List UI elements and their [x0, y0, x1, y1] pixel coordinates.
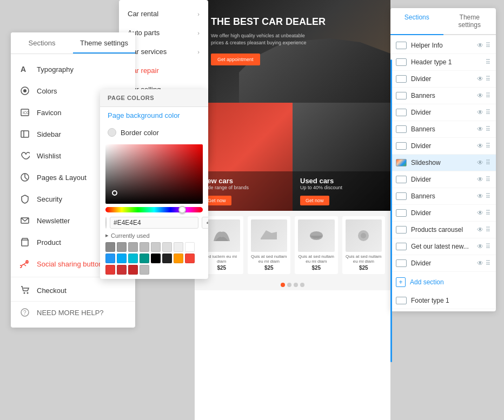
- swatch-item[interactable]: [117, 242, 127, 252]
- swatch-item[interactable]: [140, 254, 149, 263]
- eye-icon[interactable]: 👁: [477, 159, 483, 166]
- tab-theme-settings[interactable]: Theme settings: [73, 32, 135, 54]
- section-item-divider-3[interactable]: Divider 👁 ⠿: [390, 138, 496, 155]
- add-section-icon: +: [396, 277, 406, 287]
- newsletter-icon: [19, 215, 30, 226]
- section-item-products-carousel[interactable]: Products carousel 👁 ⠿: [390, 222, 496, 238]
- hex-input[interactable]: [110, 217, 198, 229]
- section-item-divider-6[interactable]: Divider 👁 ⠿: [390, 255, 496, 272]
- swatch-item[interactable]: [117, 265, 127, 275]
- section-item-banners-2[interactable]: Banners 👁 ⠿: [390, 121, 496, 138]
- color-gradient-picker[interactable]: [105, 144, 203, 204]
- eye-icon[interactable]: 👁: [477, 142, 483, 150]
- swatch-item[interactable]: [105, 254, 115, 263]
- section-icon-divider-5: [396, 209, 407, 217]
- swatch-item[interactable]: [185, 242, 195, 252]
- eye-icon[interactable]: 👁: [477, 109, 483, 116]
- swatch-item[interactable]: [151, 254, 161, 263]
- section-icon-slideshow: [396, 159, 407, 166]
- eye-icon[interactable]: 👁: [477, 209, 483, 217]
- swatch-item[interactable]: [174, 242, 183, 252]
- swatch-item[interactable]: [162, 242, 172, 252]
- swatch-item[interactable]: [185, 254, 195, 263]
- drag-handle[interactable]: ⠿: [486, 42, 490, 49]
- need-help-link[interactable]: ? NEED MORE HELP?: [11, 301, 135, 323]
- swatch-item[interactable]: [105, 242, 115, 252]
- drag-handle[interactable]: ⠿: [486, 259, 490, 267]
- tab-sections[interactable]: Sections: [11, 32, 73, 54]
- eye-icon[interactable]: 👁: [477, 42, 483, 49]
- carousel-dot-3[interactable]: [294, 283, 298, 287]
- drag-handle[interactable]: ⠿: [486, 75, 490, 83]
- hue-slider[interactable]: [105, 207, 203, 212]
- carousel-dot-1[interactable]: [281, 283, 285, 287]
- drag-handle[interactable]: ⠿: [486, 142, 490, 150]
- product-price-4: $25: [346, 265, 382, 271]
- swatch-item[interactable]: [117, 254, 127, 263]
- section-actions: 👁 ⠿: [477, 125, 490, 133]
- drag-handle[interactable]: ⠿: [486, 92, 490, 99]
- right-panel: Sections Theme settings Helper Info 👁 ⠿ …: [390, 8, 496, 311]
- section-icon-products-carousel: [396, 226, 407, 234]
- new-cars-content: New cars Wide range of brands Get now: [195, 171, 293, 211]
- section-item-helper-info[interactable]: Helper Info 👁 ⠿: [390, 37, 496, 54]
- eye-icon[interactable]: 👁: [477, 75, 483, 83]
- carousel-dot-4[interactable]: [300, 283, 304, 287]
- swatch-item[interactable]: [128, 242, 138, 252]
- swatch-item[interactable]: [128, 254, 138, 263]
- section-item-divider-5[interactable]: Divider 👁 ⠿: [390, 205, 496, 222]
- eye-icon[interactable]: 👁: [477, 125, 483, 133]
- drag-handle[interactable]: ⠿: [486, 226, 490, 234]
- section-actions: 👁 ⠿: [477, 226, 490, 234]
- swatch-item[interactable]: [151, 242, 161, 252]
- eye-icon[interactable]: 👁: [477, 92, 483, 99]
- menu-item-checkout[interactable]: Checkout: [11, 279, 135, 301]
- product-item-3: Quis at sed nullam eu mi diam $25: [295, 216, 338, 274]
- section-item-header-type-1[interactable]: Header type 1 ⠿: [390, 54, 496, 71]
- hue-slider-container[interactable]: [105, 207, 203, 214]
- drag-handle[interactable]: ⠿: [486, 159, 490, 166]
- section-item-footer[interactable]: Footer type 1: [390, 292, 496, 309]
- section-item-banners-1[interactable]: Banners 👁 ⠿: [390, 88, 496, 104]
- swatch-item[interactable]: [128, 265, 138, 275]
- drag-handle[interactable]: ⠿: [486, 109, 490, 116]
- swatch-item[interactable]: [174, 254, 183, 263]
- none-button[interactable]: ✏ None: [202, 217, 208, 229]
- right-tab-sections[interactable]: Sections: [390, 8, 443, 34]
- section-item-banners-3[interactable]: Banners 👁 ⠿: [390, 188, 496, 205]
- menu-item-typography[interactable]: A Typography: [11, 58, 135, 80]
- section-icon-banners-2: [396, 125, 407, 133]
- drag-handle[interactable]: ⠿: [486, 58, 490, 66]
- right-tab-theme-settings[interactable]: Theme settings: [443, 8, 496, 34]
- nav-item-car-rental[interactable]: Car rental ›: [119, 4, 208, 23]
- eye-icon[interactable]: 👁: [477, 176, 483, 183]
- section-item-divider-2[interactable]: Divider 👁 ⠿: [390, 104, 496, 121]
- drag-handle[interactable]: ⠿: [486, 209, 490, 217]
- swatch-item[interactable]: [140, 265, 149, 275]
- drag-handle[interactable]: ⠿: [486, 125, 490, 133]
- eye-icon[interactable]: 👁: [477, 259, 483, 267]
- section-actions: 👁 ⠿: [477, 75, 490, 83]
- svg-point-10: [27, 292, 29, 294]
- border-color-option[interactable]: Border color: [100, 124, 208, 141]
- hero-cta-button[interactable]: Get appointment: [211, 54, 260, 65]
- eye-icon[interactable]: 👁: [477, 192, 483, 200]
- drag-handle[interactable]: ⠿: [486, 176, 490, 183]
- section-item-slideshow[interactable]: Slideshow 👁 ⠿: [390, 155, 496, 171]
- carousel-dot-2[interactable]: [287, 283, 291, 287]
- page-bg-color-option[interactable]: Page background color: [100, 107, 208, 124]
- swatch-item[interactable]: [105, 265, 115, 275]
- swatch-item[interactable]: [162, 254, 172, 263]
- used-cars-button[interactable]: Get now: [300, 196, 329, 205]
- section-item-newsletter[interactable]: Get our latest new... 👁 ⠿: [390, 238, 496, 255]
- swatch-item[interactable]: [140, 242, 149, 252]
- drag-handle[interactable]: ⠿: [486, 192, 490, 200]
- currently-used-toggle[interactable]: ▸ Currently used: [105, 232, 203, 239]
- drag-handle[interactable]: ⠿: [486, 243, 490, 250]
- hex-color-swatch: [105, 217, 107, 229]
- eye-icon[interactable]: 👁: [477, 243, 483, 250]
- section-item-divider-1[interactable]: Divider 👁 ⠿: [390, 71, 496, 88]
- section-item-divider-4[interactable]: Divider 👁 ⠿: [390, 171, 496, 188]
- eye-icon[interactable]: 👁: [477, 226, 483, 234]
- add-section-button[interactable]: + Add section: [390, 272, 496, 292]
